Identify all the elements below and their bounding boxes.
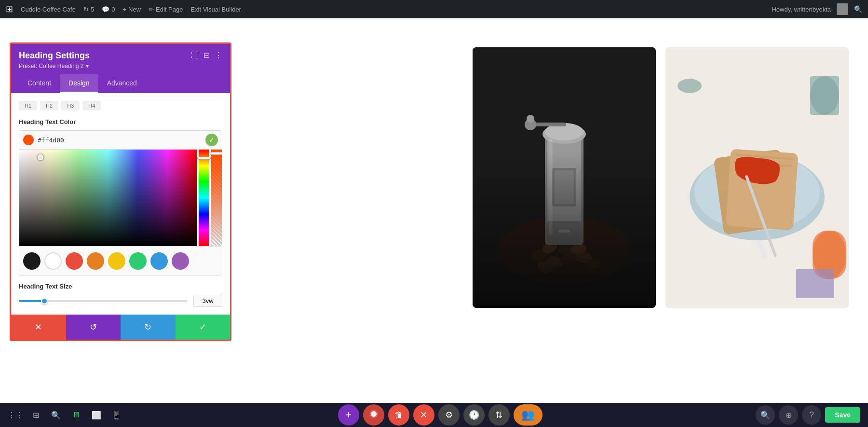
pencil-icon: ✏	[149, 6, 154, 13]
photo-grid	[473, 47, 868, 308]
sub-tabs: H1 H2 H3 H4	[19, 101, 222, 110]
modal-header: Heading Settings Preset: Coffee Heading …	[11, 44, 230, 74]
save-button[interactable]: ✓	[176, 315, 231, 340]
grid-layout-icon[interactable]: ⊞	[28, 407, 43, 423]
preset-selector[interactable]: Preset: Coffee Heading 2 ▾	[19, 63, 90, 69]
svg-rect-0	[473, 47, 656, 308]
color-preview-swatch[interactable]	[23, 135, 34, 145]
reset-button[interactable]: ↺	[66, 315, 121, 340]
revisions-item[interactable]: ↻ 5	[83, 6, 94, 13]
svg-rect-22	[549, 139, 553, 235]
sub-tab-4[interactable]: H4	[82, 101, 101, 110]
delete-button[interactable]: 🗑	[388, 404, 409, 426]
mobile-view-icon[interactable]: 📱	[109, 407, 124, 423]
close-button[interactable]: ✕	[413, 404, 434, 426]
modal-header-right: ⛶ ⊟ ⋮	[191, 51, 222, 60]
chevron-down-icon: ▾	[86, 63, 89, 69]
swatch-green[interactable]	[129, 252, 147, 270]
search-right-icon[interactable]: 🔍	[756, 405, 775, 425]
more-options-icon[interactable]: ⋮	[215, 51, 222, 60]
new-item[interactable]: + New	[122, 6, 141, 13]
search-icon-adminbar[interactable]: 🔍	[854, 5, 862, 13]
swatch-red[interactable]	[66, 252, 83, 270]
cancel-button[interactable]: ✕	[11, 315, 66, 340]
svg-point-1	[497, 216, 632, 284]
sub-tab-3[interactable]: H3	[61, 101, 80, 110]
hue-slider[interactable]	[199, 150, 209, 246]
svg-point-39	[371, 411, 377, 417]
size-slider-thumb[interactable]	[41, 298, 48, 304]
swatch-white[interactable]	[44, 252, 62, 270]
modal-title: Heading Settings	[19, 51, 90, 61]
svg-rect-12	[547, 137, 581, 243]
svg-rect-21	[558, 230, 570, 233]
apply-color-button[interactable]: ✓	[205, 134, 218, 146]
portability-button[interactable]: 👥	[514, 404, 542, 426]
bottom-center-tools: + 🗑 ✕ ⚙ 🕐 ⇅ 👥	[338, 404, 542, 426]
revisions-icon: ↻	[83, 6, 89, 13]
comments-item[interactable]: 💬 0	[102, 6, 115, 13]
swatch-purple[interactable]	[172, 252, 189, 270]
save-page-button[interactable]: Save	[825, 407, 860, 423]
desktop-view-icon[interactable]: 🖥	[68, 407, 84, 423]
sliders-button[interactable]: ⇅	[488, 404, 510, 426]
columns-icon[interactable]: ⊟	[203, 51, 210, 60]
svg-rect-33	[810, 76, 839, 115]
portability-button-wrapper: 👥	[514, 404, 542, 426]
svg-point-9	[535, 259, 555, 275]
swatch-orange[interactable]	[87, 252, 104, 270]
modal-body: H1 H2 H3 H4 Heading Text Color ✓	[11, 93, 230, 315]
history-button[interactable]: 🕐	[463, 404, 485, 426]
svg-point-3	[545, 255, 564, 269]
wp-logo-icon: ⊞	[6, 4, 13, 14]
settings-button[interactable]: ⚙	[438, 404, 460, 426]
menu-icon[interactable]: ⋮⋮	[8, 407, 23, 423]
bottom-left-tools: ⋮⋮ ⊞ 🔍 🖥 ⬜ 📱	[8, 407, 124, 423]
tablet-view-icon[interactable]: ⬜	[89, 407, 104, 423]
bottom-toolbar: ⋮⋮ ⊞ 🔍 🖥 ⬜ 📱 + 🗑 ✕ ⚙ 🕐 ⇅ 👥	[0, 403, 868, 427]
svg-point-2	[530, 247, 550, 263]
search-tool-icon[interactable]: 🔍	[48, 407, 64, 423]
swatch-black[interactable]	[23, 252, 41, 270]
svg-rect-20	[547, 221, 581, 243]
howdy-text: Howdy, writtenbyekta	[772, 6, 831, 13]
expand-icon[interactable]: ⛶	[191, 51, 199, 60]
swatch-blue[interactable]	[150, 252, 168, 270]
add-module-button[interactable]: +	[338, 404, 359, 426]
color-input-row: ✓	[19, 131, 222, 150]
food-photo	[665, 47, 849, 308]
site-name[interactable]: Cuddle Coffee Cafe	[21, 6, 76, 13]
hex-color-input[interactable]	[38, 137, 205, 144]
alpha-slider[interactable]	[211, 150, 222, 246]
svg-point-36	[678, 79, 702, 93]
user-avatar	[837, 3, 848, 15]
heading-settings-modal: Heading Settings Preset: Coffee Heading …	[10, 42, 231, 341]
sub-tab-2[interactable]: H2	[40, 101, 58, 110]
help-icon[interactable]: ?	[802, 405, 821, 425]
tab-design[interactable]: Design	[60, 74, 98, 93]
main-content: ng ee, ew.	[0, 18, 868, 427]
exit-builder-item[interactable]: Exit Visual Builder	[190, 6, 241, 13]
layers-icon[interactable]: ⊕	[779, 405, 798, 425]
svg-point-4	[560, 253, 578, 266]
size-slider-track[interactable]	[19, 300, 188, 302]
svg-point-17	[527, 115, 534, 123]
tab-advanced[interactable]: Advanced	[98, 74, 146, 93]
modal-tabs: Content Design Advanced	[11, 74, 230, 93]
coffee-photo	[473, 47, 656, 308]
tab-content[interactable]: Content	[19, 74, 60, 93]
edit-page-item[interactable]: ✏ Edit Page	[149, 6, 183, 13]
swatch-yellow[interactable]	[108, 252, 125, 270]
color-gradient-area[interactable]	[19, 150, 222, 246]
svg-rect-37	[796, 269, 834, 298]
size-value-input[interactable]	[193, 295, 222, 307]
svg-rect-18	[552, 168, 576, 207]
modal-header-left: Heading Settings Preset: Coffee Heading …	[19, 51, 90, 69]
redo-button[interactable]: ↻	[121, 315, 176, 340]
divi-icon[interactable]	[363, 404, 384, 426]
sub-tab-1[interactable]: H1	[19, 101, 37, 110]
bottom-right-tools: 🔍 ⊕ ? Save	[756, 405, 860, 425]
plus-icon: +	[122, 6, 126, 13]
svg-point-8	[570, 242, 587, 255]
svg-point-7	[558, 244, 575, 256]
